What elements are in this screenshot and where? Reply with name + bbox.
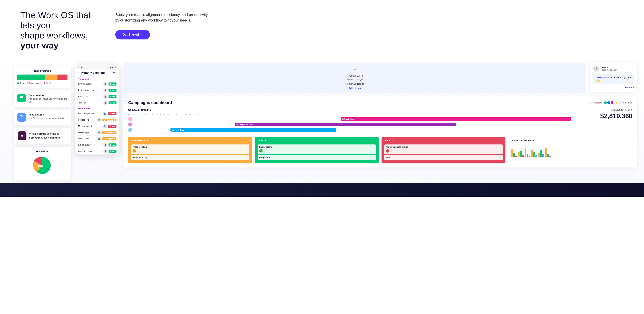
phone-battery: ▶ ▶ 🔋 [110,66,116,68]
bar [538,153,540,157]
bar [545,148,547,157]
bar [534,152,535,157]
team-status-working: Working on it / 2 Product listing Valent… [128,137,252,163]
bar [513,153,515,157]
task-progress-card: Task progress Done Working on it Stuck [14,66,71,88]
ts-header-working: Working on it / 2 [131,139,250,143]
task-name: New ad test [78,138,97,140]
task-name: Refine objectives [78,89,104,91]
bar-group [545,148,551,157]
comment-action-button[interactable]: Comment [593,86,634,89]
right-panels: + When an item iscreated assign creator … [124,62,637,168]
bar [547,154,549,157]
bar [540,150,542,157]
task-row: Content review 👤 Done [76,148,119,154]
status-badge: Done [108,150,117,153]
campaigns-dashboard: Campaigns dashboard ⚙ Integrate ⚡ 7 / Au… [124,96,637,168]
phone-mockup: 09:41 ▶ ▶ 🔋 ‹ Monthly planning ••• This … [75,64,119,155]
task-name: Content review [78,150,104,152]
bar [515,156,517,157]
comment-more-icon[interactable]: ⋮ [631,67,634,70]
task-row: Monitor budget 👤 Stuck [76,123,119,129]
bar-group [511,149,517,157]
automation-assign-panel: + When an item iscreated assign creator … [124,62,586,93]
comment-header: J Justin Product Manager ⋮ [593,65,634,72]
team-chart-card: Team status overview [508,137,632,163]
progress-working [45,74,58,80]
date-column-icon [17,94,26,102]
ts-item: Product listing [131,144,250,154]
task-row: Finalize kickoff 👤 Done [76,81,119,87]
status-badge: Done [108,89,117,92]
bar [532,150,533,157]
automation-line1: When an item iscreated assign [346,74,363,81]
task-progress-title: Task progress [17,69,68,72]
status-badge: Stuck [108,112,116,115]
bar [518,152,520,157]
timeline-row-1: Fall collection [128,117,594,121]
bar [549,156,551,157]
status-badge: Working on it [102,119,116,121]
phone-status-bar: 09:41 ▶ ▶ 🔋 [76,64,119,69]
ts-header-stuck: Stuck / 1 [384,139,503,143]
timeline-header: Dec 1 2 3 4 5 6 7 8 9 10 11 12 [128,114,594,116]
task-avatar: 👤 [97,118,101,122]
comment-user-role: Product Manager [601,69,629,71]
bar-group [532,150,537,157]
timeline-title: Campaign timeline [128,108,594,111]
more-icon[interactable]: ••• [113,71,116,74]
pie-widget-card: Pie widget 55% [14,147,71,180]
back-icon[interactable]: ‹ [78,71,79,74]
hero-title: The Work OS that lets you shape workflow… [20,10,102,51]
task-avatar: 👤 [104,88,107,92]
task-row: Test plan 👤 Done [76,100,119,106]
team-chart-title: Team status overview [511,139,630,142]
progress-legend: Done Working on it Stuck [17,82,68,84]
arr-section: Marketing ARR goal $2,810,360 [598,108,632,133]
comment-card: J Justin Product Manager ⋮ @Prasannah it… [590,62,637,92]
task-avatar: 👤 [103,112,107,115]
ts-item: Valentine's Day [131,155,250,160]
timeline-row-3: Low cost deals [128,128,594,132]
integrate-label[interactable]: Integrate [594,101,602,104]
comment-bubble: @Prasannah it looks amazing! I like it 👍 [593,74,634,84]
ts-item: Easter promo [258,144,376,154]
bar-group [518,151,524,157]
bar [520,151,522,157]
bar [525,148,526,157]
bar-group [525,148,530,157]
automation-text: When a status changes to something, noti… [29,132,67,140]
add-to-board-button[interactable]: + Add to board [346,87,363,89]
task-name: Resources [78,95,104,98]
legend-working: Working on it [27,82,41,84]
task-avatar: 👤 [104,143,107,147]
ts-item: Add [384,155,503,160]
campaigns-actions: ⚙ Integrate ⚡ 7 / Automate [590,101,632,104]
bar-group [538,150,544,157]
svg-rect-0 [20,97,23,100]
get-started-button[interactable]: Get Started → [115,30,150,39]
campaigns-title: Campaigns dashboard [128,100,172,105]
task-name: Social posts [78,119,97,121]
top-right-row: + When an item iscreated assign creator … [124,62,637,93]
task-avatar: 👤 [104,101,107,105]
files-column-desc: Add files to items within your boards [28,117,64,120]
ts-item: March Madness promo [384,144,503,154]
ts-item: Blog status [258,155,376,160]
status-badge: Done [108,82,117,85]
automation-line2: creator as person [346,82,364,86]
task-name: Develop plan [78,131,97,134]
date-column-card: Date column Add dates to ensure you neve… [14,90,71,107]
pie-label: 55% [38,164,43,167]
campaigns-header: Campaigns dashboard ⚙ Integrate ⚡ 7 / Au… [128,100,632,105]
automate-icon: ⚡ [615,101,618,104]
status-badge: Done [108,143,117,146]
campaign-timeline: Campaign timeline Dec 1 2 3 4 5 6 7 8 9 [128,108,594,133]
arr-label: Marketing ARR goal [598,108,632,111]
task-avatar: 👤 [104,82,107,86]
status-badge: Working on it [102,137,116,140]
bar [511,149,513,157]
task-name: Finalize kickoff [78,83,104,85]
section-this-month: This month [76,76,119,81]
automate-label[interactable]: 7 / Automate [620,101,632,104]
